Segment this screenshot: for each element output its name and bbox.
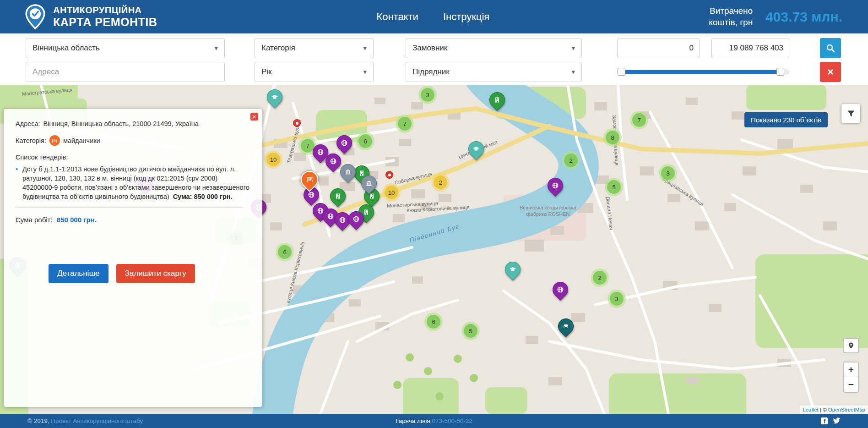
globe-icon bbox=[353, 215, 360, 223]
globe-icon bbox=[341, 139, 348, 147]
nav-contacts[interactable]: Контакти bbox=[376, 11, 418, 23]
graduation-cap-icon bbox=[509, 266, 516, 273]
logo[interactable]: АНТИКОРУПЦІЙНА КАРТА РЕМОНТІВ bbox=[24, 4, 157, 30]
slider-track[interactable] bbox=[617, 70, 789, 74]
marker-cluster[interactable]: 5 bbox=[461, 322, 480, 340]
tender-sum: Сума: 850 000 грн. bbox=[173, 193, 233, 200]
year-select[interactable]: Рік ▾ bbox=[255, 62, 374, 82]
marker-cluster[interactable]: 2 bbox=[562, 151, 580, 170]
leaflet-link[interactable]: Leaflet bbox=[803, 407, 819, 412]
category-select[interactable]: Категорія ▾ bbox=[255, 38, 374, 58]
cluster-count: 6 bbox=[427, 315, 440, 329]
details-button[interactable]: Детальніше bbox=[49, 264, 108, 283]
building-icon bbox=[334, 192, 342, 200]
marker-cluster[interactable]: 3 bbox=[608, 290, 626, 308]
popup-address-row: Адреса: Вінниця, Вінницька область, 2100… bbox=[16, 119, 250, 128]
copyright-link[interactable]: Проект Антикорупційного штабу bbox=[51, 417, 143, 424]
objects-count-badge: Показано 230 об´єктів bbox=[744, 112, 828, 127]
poi-label: Вінницька кондитерська фабрика ROSHEN bbox=[520, 205, 576, 218]
cluster-count: 7 bbox=[398, 117, 412, 131]
marker-cluster[interactable]: 3 bbox=[418, 86, 437, 104]
hotline-label: Гаряча лінія bbox=[396, 417, 432, 424]
red-dot-marker[interactable] bbox=[385, 171, 393, 179]
globe-icon bbox=[557, 286, 564, 293]
map-attribution: Leaflet | © OpenStreetMap bbox=[800, 406, 868, 414]
total-value: 850 000 грн. bbox=[57, 216, 97, 224]
chevron-down-icon: ▾ bbox=[214, 44, 218, 52]
cluster-count: 8 bbox=[606, 131, 619, 144]
filter-toggle-button[interactable] bbox=[841, 104, 860, 123]
location-pin-icon bbox=[847, 342, 855, 349]
red-dot-marker[interactable] bbox=[293, 119, 301, 127]
slider-handle-min[interactable] bbox=[618, 68, 625, 76]
social-links: f bbox=[821, 417, 841, 424]
contractor-select[interactable]: Підрядник ▾ bbox=[406, 62, 582, 82]
globe-icon bbox=[317, 148, 324, 156]
marker-cluster[interactable]: 8 bbox=[603, 128, 622, 147]
zoom-in-button[interactable]: + bbox=[844, 362, 858, 377]
amount-slider[interactable] bbox=[617, 62, 789, 82]
map[interactable]: Магістратська вулиця Театральна вулиця С… bbox=[0, 85, 868, 414]
chevron-down-icon: ▾ bbox=[571, 68, 575, 76]
customer-select-value: Замовник bbox=[412, 44, 447, 53]
copyright: © 2019, Проект Антикорупційного штабу bbox=[27, 417, 143, 424]
popup-close-button[interactable]: × bbox=[250, 113, 258, 121]
region-select-value: Вінницька область bbox=[33, 44, 100, 53]
clear-filters-button[interactable]: × bbox=[820, 62, 841, 82]
amount-max-input[interactable] bbox=[711, 38, 789, 58]
logo-text: АНТИКОРУПЦІЙНА КАРТА РЕМОНТІВ bbox=[53, 5, 157, 29]
cluster-count: 2 bbox=[564, 154, 578, 167]
cluster-count: 3 bbox=[421, 88, 434, 102]
marker-cluster[interactable]: 6 bbox=[276, 243, 294, 261]
region-select[interactable]: Вінницька область ▾ bbox=[26, 38, 225, 58]
marker-cluster[interactable]: 10 bbox=[382, 183, 401, 202]
marker-cluster[interactable]: 10 bbox=[264, 150, 282, 169]
graduation-cap-icon bbox=[472, 145, 480, 153]
building-icon bbox=[494, 96, 501, 104]
marker-cluster[interactable]: 6 bbox=[356, 132, 374, 150]
building-icon bbox=[358, 170, 365, 177]
zoom-out-button[interactable]: − bbox=[844, 377, 858, 392]
building-icon bbox=[363, 209, 370, 216]
osm-link[interactable]: OpenStreetMap bbox=[828, 407, 865, 412]
marker-cluster[interactable]: 2 bbox=[431, 173, 450, 192]
landmark-icon bbox=[344, 168, 352, 176]
main-nav: Контакти Інструкція bbox=[376, 11, 489, 23]
locate-button[interactable] bbox=[843, 338, 859, 353]
spent-block: Витрачено коштів, грн 403.73 млн. bbox=[709, 5, 842, 28]
landmark-icon bbox=[365, 180, 373, 187]
tender-item: • Дсту б д.1.1-1:2013 нове будівництво д… bbox=[16, 165, 250, 202]
marker-cluster[interactable]: 5 bbox=[605, 178, 623, 196]
facebook-icon[interactable]: f bbox=[821, 417, 828, 424]
amount-min-input[interactable] bbox=[617, 38, 700, 58]
cluster-count: 2 bbox=[593, 271, 607, 285]
header: АНТИКОРУПЦІЙНА КАРТА РЕМОНТІВ Контакти І… bbox=[0, 0, 868, 33]
address-value: Вінниця, Вінницька область, 21000-21499,… bbox=[43, 119, 199, 128]
slider-handle-max[interactable] bbox=[776, 68, 784, 76]
cluster-count: 2 bbox=[434, 176, 447, 189]
object-popup: × Адреса: Вінниця, Вінницька область, 21… bbox=[4, 109, 262, 407]
marker-cluster[interactable]: 7 bbox=[630, 111, 648, 129]
address-input[interactable] bbox=[26, 62, 225, 82]
globe-icon bbox=[308, 191, 315, 198]
complaint-button[interactable]: Залишити скаргу bbox=[116, 264, 195, 283]
amount-inputs bbox=[617, 38, 789, 58]
marker-cluster[interactable]: 6 bbox=[424, 313, 443, 331]
total-label: Сума робіт: bbox=[16, 216, 53, 224]
popup-category-row: Категорія: майданчики bbox=[16, 135, 250, 146]
logo-pin-check-icon bbox=[24, 4, 47, 30]
car-icon bbox=[562, 323, 570, 330]
category-playground-icon bbox=[49, 135, 60, 146]
hotline-number-link[interactable]: 073-500-50-22 bbox=[432, 417, 472, 424]
nav-instruction[interactable]: Інструкція bbox=[443, 11, 489, 23]
twitter-icon[interactable] bbox=[833, 417, 841, 424]
marker-cluster[interactable]: 7 bbox=[396, 115, 414, 133]
marker-cluster[interactable]: 2 bbox=[591, 269, 609, 287]
cluster-count: 6 bbox=[278, 245, 292, 259]
marker-cluster[interactable]: 3 bbox=[659, 164, 677, 182]
cluster-count: 5 bbox=[464, 324, 477, 338]
search-button[interactable] bbox=[820, 38, 841, 58]
playground-icon bbox=[306, 176, 314, 184]
customer-select[interactable]: Замовник ▾ bbox=[406, 38, 582, 58]
chevron-down-icon: ▾ bbox=[363, 44, 367, 52]
